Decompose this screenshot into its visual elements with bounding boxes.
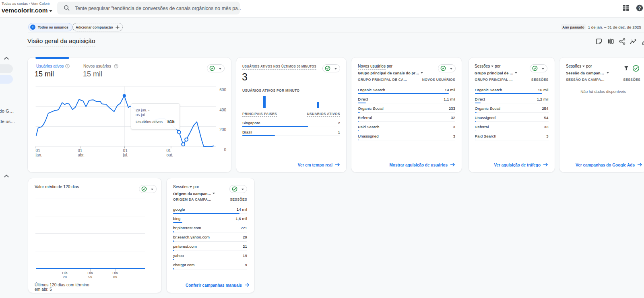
svg-text:600: 600 [219,88,226,92]
svg-text:01: 01 [166,148,171,153]
svg-text:?: ? [67,65,68,68]
svg-text:?: ? [116,65,117,68]
svg-text:01: 01 [78,148,83,153]
svg-text:out.: out. [166,153,173,157]
svg-text:200: 200 [219,127,226,132]
svg-text:400: 400 [219,108,226,112]
svg-text:0: 0 [224,148,226,152]
svg-text:jul.: jul. [123,153,128,157]
svg-text:01: 01 [123,148,128,153]
svg-text:jan.: jan. [35,153,42,157]
svg-text:01: 01 [36,148,41,153]
svg-text:abr.: abr. [78,153,85,157]
svg-text:?: ? [638,6,641,10]
